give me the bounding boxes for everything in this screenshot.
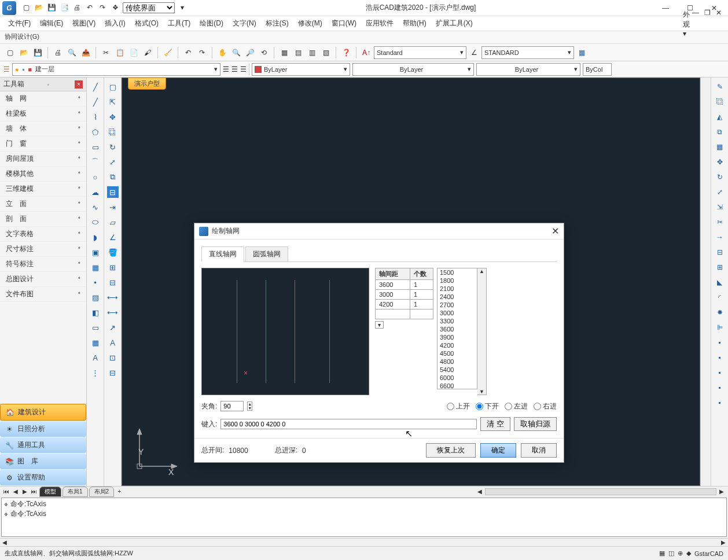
tool-gradient-icon[interactable]: ◧	[90, 307, 101, 318]
cat-library[interactable]: 📚图 库	[0, 454, 86, 469]
angle-down[interactable]: ▼	[248, 406, 252, 410]
minimize-button[interactable]: —	[654, 1, 677, 15]
tb-new-icon[interactable]: ▢	[3, 46, 16, 59]
list-item[interactable]: 3000	[437, 309, 477, 317]
cancel-button[interactable]: 取消	[521, 443, 557, 458]
tb-open-icon[interactable]: 📂	[17, 46, 30, 59]
tool-line-icon[interactable]: ╱	[90, 81, 101, 93]
tb-copy-icon[interactable]: 📋	[113, 46, 126, 59]
tab-nav-last[interactable]: ⏭	[30, 488, 38, 495]
mod-more1-icon[interactable]: ▪	[714, 337, 726, 348]
tb-paste-icon[interactable]: 📄	[127, 46, 140, 59]
layer-iso-icon[interactable]: ☰	[231, 65, 238, 73]
mod-scale-icon[interactable]: ⤢	[714, 186, 726, 198]
tool-hatch-icon[interactable]: ▨	[90, 292, 101, 303]
mdi-restore-icon[interactable]: ❐	[703, 9, 712, 39]
tb-grid3-icon[interactable]: ▥	[306, 46, 318, 59]
mod-mirror-icon[interactable]: ◭	[714, 111, 726, 123]
list-item[interactable]: 4500	[437, 349, 477, 358]
mod-align-icon[interactable]: ⊫	[714, 322, 726, 333]
spacing-table[interactable]: 轴间距个数 36001 30001 42001	[375, 268, 433, 319]
dimstyle-dropdown[interactable]: STANDARD▾	[481, 46, 574, 59]
cmd-hscroll-left[interactable]: ◀	[2, 539, 7, 546]
menu-tools[interactable]: 工具(T)	[164, 17, 194, 30]
command-window[interactable]: ⌖命令:TcAxis ⌖命令:TcAxis	[1, 498, 727, 537]
list-item[interactable]: 3600	[437, 325, 477, 333]
status-btn[interactable]: ▦	[659, 550, 665, 557]
tool-mirror-icon[interactable]: ⧉	[107, 171, 119, 183]
menu-view[interactable]: 视图(V)	[69, 17, 99, 30]
subbar-label[interactable]: 协同设计(G)	[5, 33, 39, 40]
toolbox-item[interactable]: 房间屋顶•	[0, 152, 86, 167]
list-item[interactable]: 3900	[437, 333, 477, 341]
save-icon[interactable]: 💾	[46, 2, 57, 13]
list-item[interactable]: 5400	[437, 366, 477, 374]
color-dropdown[interactable]: ByLayer▾	[252, 63, 350, 76]
mod-offset-icon[interactable]: ⧉	[714, 126, 726, 138]
textstyle-icon[interactable]: A↑	[360, 46, 373, 59]
keyin-input[interactable]	[220, 419, 477, 429]
layer-mgr-icon[interactable]: ☰	[3, 65, 10, 73]
toolbox-item[interactable]: 尺寸标注•	[0, 242, 86, 257]
toolbox-item[interactable]: 墙 体•	[0, 121, 86, 137]
tool-revcloud-icon[interactable]: ☁	[90, 186, 101, 198]
tool-snap2-icon[interactable]: ⊟	[107, 277, 119, 288]
model-tab[interactable]: 模型	[39, 487, 61, 497]
mod-chamfer-icon[interactable]: ◣	[714, 277, 726, 288]
tb-help-icon[interactable]: ❓	[340, 46, 352, 59]
tb-zoom-prev-icon[interactable]: ⟲	[258, 46, 270, 59]
tb-match-icon[interactable]: 🖌	[141, 46, 154, 59]
mod-more2-icon[interactable]: ▪	[714, 352, 726, 363]
open-icon[interactable]: 📂	[34, 2, 44, 13]
clear-button[interactable]: 清 空	[480, 417, 510, 431]
tool-spline-icon[interactable]: ∿	[90, 201, 101, 213]
list-item[interactable]: 3300	[437, 317, 477, 325]
mod-more3-icon[interactable]: ▪	[714, 367, 726, 378]
toolbox-item[interactable]: 文件布图•	[0, 287, 86, 302]
tb-pan-icon[interactable]: ✋	[216, 46, 229, 59]
mod-join-icon[interactable]: ⊞	[714, 261, 726, 273]
list-item[interactable]: 2100	[437, 285, 477, 293]
hscroll-right[interactable]: ▶	[718, 488, 726, 495]
tb-palette-icon[interactable]: ▦	[575, 46, 588, 59]
tb-save-icon[interactable]: 💾	[31, 46, 44, 59]
mod-fillet-icon[interactable]: ◜	[714, 292, 726, 303]
tool-copy2-icon[interactable]: ⿻	[107, 126, 119, 138]
tool-table-icon[interactable]: ▦	[90, 337, 101, 348]
toolbox-item[interactable]: 三维建模•	[0, 182, 86, 197]
canvas-hscrollbar[interactable]	[485, 488, 716, 495]
list-item[interactable]: 4200	[437, 341, 477, 349]
mod-move-icon[interactable]: ✥	[714, 156, 726, 168]
angle-input[interactable]	[220, 401, 244, 411]
table-row[interactable]: 30001	[376, 290, 433, 300]
tb-zoom-rt-icon[interactable]: 🔍	[230, 46, 242, 59]
tool-region-icon[interactable]: ▭	[90, 322, 101, 333]
cat-sunlight[interactable]: ☀日照分析	[0, 421, 86, 437]
cat-general-tools[interactable]: 🔧通用工具	[0, 437, 86, 453]
mdi-close-icon[interactable]: ✕	[714, 9, 723, 39]
tool-dim2-icon[interactable]: ⟷	[107, 307, 119, 318]
dimstyle-icon[interactable]: ∠	[468, 46, 480, 59]
list-item[interactable]: 2700	[437, 301, 477, 309]
menu-apps[interactable]: 应用软件	[362, 17, 397, 30]
tool-ungroup-icon[interactable]: ⊟	[107, 367, 119, 378]
more-icon[interactable]: ▾	[177, 2, 187, 13]
tool-scale-icon[interactable]: ⤢	[107, 156, 119, 168]
layer-states-icon[interactable]: ☰	[223, 65, 229, 73]
tab-nav-first[interactable]: ⏮	[2, 488, 10, 495]
tool-text2-icon[interactable]: A	[107, 337, 119, 348]
mod-stretch-icon[interactable]: ⇲	[714, 201, 726, 213]
workspace-dropdown[interactable]: 传统界面	[123, 2, 175, 13]
status-btn[interactable]: ◫	[668, 550, 674, 557]
tool-point-icon[interactable]: •	[90, 277, 101, 288]
ok-button[interactable]: 确定	[480, 443, 516, 458]
tool-group-icon[interactable]: ⊡	[107, 352, 119, 363]
linetype-dropdown[interactable]: ByLayer▾	[352, 63, 474, 76]
tool-xline-icon[interactable]: ╱	[90, 96, 101, 108]
tool-arc-icon[interactable]: ⌒	[90, 156, 101, 168]
mod-rotate-icon[interactable]: ↻	[714, 171, 726, 183]
tb-print-icon[interactable]: 🖨	[52, 46, 64, 59]
list-scroll-up[interactable]: ▲	[477, 268, 486, 274]
angle-up[interactable]: ▲	[248, 402, 252, 406]
list-item[interactable]: 1500	[437, 268, 477, 277]
